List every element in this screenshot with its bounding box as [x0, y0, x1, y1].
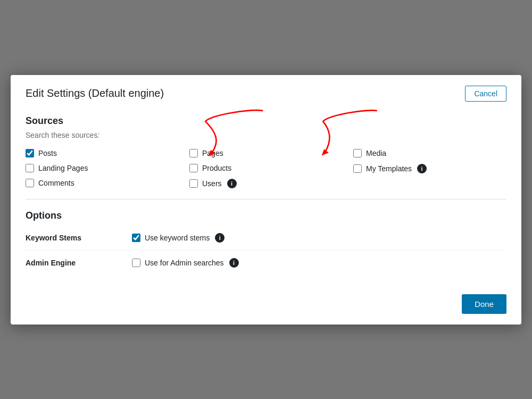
checkbox-users-input[interactable] [189, 179, 198, 188]
checkbox-media[interactable]: Media [353, 149, 506, 157]
keyword-stems-control-label: Use keyword stems [145, 234, 210, 242]
checkbox-landing-pages[interactable]: Landing Pages [26, 164, 179, 172]
done-button[interactable]: Done [462, 294, 506, 314]
sources-grid: Posts Landing Pages Comments [26, 149, 506, 188]
modal-footer: Done [11, 288, 521, 325]
section-divider [26, 199, 506, 200]
admin-engine-checkbox[interactable] [132, 259, 140, 267]
checkbox-pages-label: Pages [202, 149, 223, 157]
sources-col-2: Pages Products Users i [189, 149, 343, 188]
admin-engine-control[interactable]: Use for Admin searches i [132, 258, 239, 268]
checkbox-comments-label: Comments [38, 179, 74, 187]
checkbox-pages[interactable]: Pages [189, 149, 343, 157]
checkbox-my-templates-label: My Templates [366, 164, 412, 173]
checkbox-my-templates[interactable]: My Templates i [353, 164, 506, 173]
checkbox-posts-input[interactable] [26, 149, 34, 157]
my-templates-info-icon[interactable]: i [417, 164, 427, 173]
cancel-button[interactable]: Cancel [465, 86, 506, 102]
checkbox-media-input[interactable] [353, 149, 362, 157]
admin-engine-label: Admin Engine [26, 259, 132, 267]
checkbox-landing-pages-label: Landing Pages [38, 164, 88, 172]
checkbox-users[interactable]: Users i [189, 179, 343, 188]
checkbox-products[interactable]: Products [189, 164, 343, 172]
keyword-stems-checkbox[interactable] [132, 234, 140, 242]
sources-col-1: Posts Landing Pages Comments [26, 149, 179, 188]
checkbox-posts[interactable]: Posts [26, 149, 179, 157]
admin-engine-info-icon[interactable]: i [229, 258, 239, 268]
checkbox-comments[interactable]: Comments [26, 179, 179, 187]
checkbox-landing-pages-input[interactable] [26, 164, 34, 172]
option-admin-engine: Admin Engine Use for Admin searches i [26, 251, 506, 275]
checkbox-products-label: Products [202, 164, 231, 172]
checkbox-comments-input[interactable] [26, 179, 34, 187]
sources-col-3: Media My Templates i [353, 149, 506, 188]
keyword-stems-control[interactable]: Use keyword stems i [132, 233, 225, 243]
admin-engine-control-label: Use for Admin searches [145, 259, 224, 267]
users-info-icon[interactable]: i [227, 179, 237, 188]
option-keyword-stems: Keyword Stems Use keyword stems i [26, 226, 506, 251]
checkbox-media-label: Media [366, 149, 386, 157]
modal-container: Edit Settings (Default engine) Cancel So… [11, 75, 521, 325]
keyword-stems-info-icon[interactable]: i [215, 233, 225, 243]
checkbox-my-templates-input[interactable] [353, 164, 362, 173]
modal-title: Edit Settings (Default engine) [26, 87, 164, 99]
sources-title: Sources [26, 115, 506, 127]
modal-header: Edit Settings (Default engine) Cancel [11, 75, 521, 110]
options-title: Options [26, 210, 506, 221]
modal-body: Sources Search these sources: Posts Land… [11, 110, 521, 288]
checkbox-products-input[interactable] [189, 164, 198, 172]
sources-subtitle: Search these sources: [26, 131, 506, 139]
checkbox-users-label: Users [202, 179, 222, 188]
options-section: Options Keyword Stems Use keyword stems … [26, 210, 506, 275]
sources-section: Sources Search these sources: Posts Land… [26, 115, 506, 188]
keyword-stems-label: Keyword Stems [26, 234, 132, 242]
edit-settings-modal: Edit Settings (Default engine) Cancel So… [11, 75, 521, 325]
checkbox-pages-input[interactable] [189, 149, 198, 157]
checkbox-posts-label: Posts [38, 149, 57, 157]
